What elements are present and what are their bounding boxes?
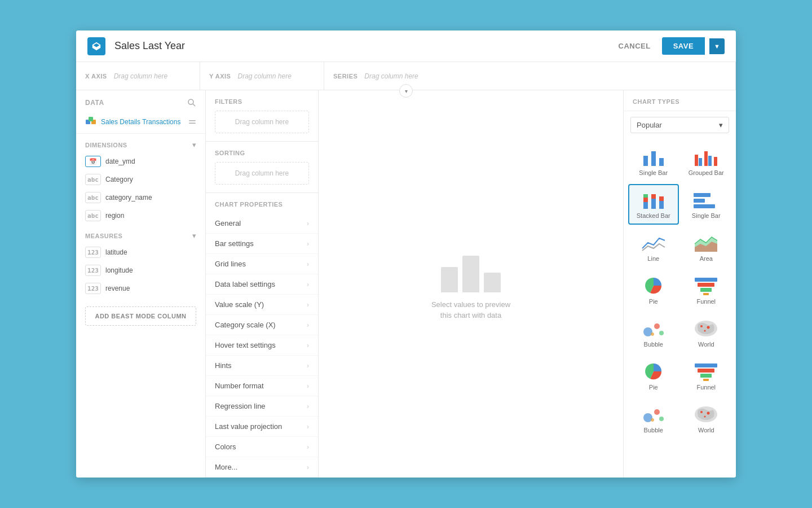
data-source-row[interactable]: Sales Details Transactions	[76, 113, 205, 134]
chevron-right-icon: ›	[307, 341, 309, 349]
chart-prop-data-labels[interactable]: Data label settings ›	[206, 274, 318, 295]
svg-rect-44	[703, 379, 709, 381]
svg-rect-28	[695, 278, 717, 282]
chart-preview: Select values to preview this chart with…	[431, 247, 510, 321]
chart-prop-general[interactable]: General ›	[206, 213, 318, 234]
chevron-right-icon: ›	[307, 301, 309, 309]
svg-rect-20	[659, 201, 664, 209]
chevron-right-icon: ›	[307, 321, 309, 329]
chart-type-world[interactable]: World	[681, 313, 732, 353]
filters-section: FILTERS Drag column here	[206, 90, 318, 142]
axis-collapse-button[interactable]: ▾	[399, 84, 413, 98]
chart-type-funnel-2[interactable]: Funnel	[681, 356, 732, 396]
svg-point-35	[651, 332, 654, 336]
app-window: Sales Last Year CANCEL SAVE ▼ X AXIS Dra…	[76, 30, 736, 478]
dimension-category[interactable]: abc Category	[76, 170, 205, 189]
measures-list: 123 latitude 123 longitude 123 revenue	[76, 243, 205, 297]
y-axis-section: Y AXIS Drag column here	[200, 62, 324, 90]
chevron-right-icon: ›	[307, 402, 309, 410]
dimension-name: date_ymd	[105, 157, 135, 165]
dimension-date-ymd[interactable]: 📅 date_ymd	[76, 152, 205, 170]
chart-type-single-bar[interactable]: Single Bar	[628, 141, 679, 182]
dimension-name: Category	[105, 176, 133, 183]
chart-type-grouped-bar[interactable]: Grouped Bar	[681, 141, 732, 182]
chart-prop-regression-line[interactable]: Regression line ›	[206, 396, 318, 417]
data-source-settings-icon[interactable]	[188, 118, 196, 126]
chart-prop-number-format[interactable]: Number format ›	[206, 376, 318, 396]
sorting-drag-zone[interactable]: Drag column here	[215, 162, 309, 185]
dimensions-title: DIMENSIONS	[85, 142, 127, 148]
measure-latitude[interactable]: 123 latitude	[76, 243, 205, 261]
chevron-right-icon: ›	[307, 423, 309, 431]
y-axis-placeholder[interactable]: Drag column here	[237, 72, 291, 80]
chart-prop-hints[interactable]: Hints ›	[206, 356, 318, 376]
svg-rect-10	[695, 155, 698, 166]
svg-rect-7	[643, 156, 648, 166]
chart-type-bubble-2[interactable]: Bubble	[628, 398, 679, 439]
sorting-section: SORTING Drag column here	[206, 142, 318, 193]
chart-prop-more[interactable]: More... ›	[206, 457, 318, 478]
chart-prop-value-scale[interactable]: Value scale (Y) ›	[206, 295, 318, 315]
number-icon: 123	[85, 265, 101, 276]
center-panel: FILTERS Drag column here SORTING Drag co…	[206, 90, 319, 478]
save-dropdown-button[interactable]: ▼	[709, 38, 725, 54]
series-section: SERIES Drag column here	[324, 62, 736, 90]
cancel-button[interactable]: CANCEL	[612, 37, 657, 55]
data-panel-header: DATA	[76, 90, 205, 113]
x-axis-placeholder[interactable]: Drag column here	[114, 72, 167, 80]
chart-prop-colors[interactable]: Colors ›	[206, 437, 318, 457]
preview-bars	[441, 247, 501, 292]
chart-type-area[interactable]: Area	[681, 227, 732, 268]
dropdown-chevron-icon: ▾	[719, 121, 723, 129]
measure-revenue[interactable]: 123 revenue	[76, 279, 205, 297]
svg-rect-22	[694, 193, 710, 197]
series-placeholder[interactable]: Drag column here	[364, 72, 418, 80]
chart-type-bubble[interactable]: Bubble	[628, 313, 679, 353]
svg-point-38	[707, 326, 710, 329]
chart-type-pie-2[interactable]: Pie	[628, 356, 679, 396]
svg-rect-19	[651, 194, 656, 199]
dimension-category-name[interactable]: abc category_name	[76, 189, 205, 207]
data-panel-title: DATA	[85, 99, 104, 107]
chart-type-world-2[interactable]: World	[681, 398, 732, 439]
dimensions-collapse-icon[interactable]: ▾	[192, 141, 196, 149]
chevron-right-icon: ›	[307, 463, 309, 471]
filters-title: FILTERS	[215, 98, 309, 105]
chart-type-pie[interactable]: Pie	[628, 270, 679, 310]
measure-longitude[interactable]: 123 longitude	[76, 261, 205, 279]
svg-rect-13	[708, 156, 712, 166]
chart-prop-category-scale[interactable]: Category scale (X) ›	[206, 315, 318, 335]
save-button[interactable]: SAVE	[662, 37, 705, 55]
svg-rect-9	[659, 158, 664, 166]
measure-name: longitude	[105, 266, 133, 274]
data-source-name[interactable]: Sales Details Transactions	[101, 118, 184, 126]
text-icon: abc	[85, 210, 101, 221]
chart-type-line[interactable]: Line	[628, 227, 679, 268]
preview-message: Select values to preview this chart with…	[431, 299, 510, 321]
add-beast-mode-button[interactable]: ADD BEAST MODE COLUMN	[85, 306, 196, 326]
measures-collapse-icon[interactable]: ▾	[192, 231, 196, 240]
dimension-name: category_name	[105, 194, 152, 202]
chart-type-single-bar-h[interactable]: Single Bar	[681, 184, 732, 225]
chart-prop-grid-lines[interactable]: Grid lines ›	[206, 254, 318, 274]
chevron-right-icon: ›	[307, 260, 309, 268]
svg-point-46	[654, 409, 660, 415]
chart-prop-hover-text[interactable]: Hover text settings ›	[206, 335, 318, 356]
chart-type-dropdown[interactable]: Popular ▾	[630, 117, 729, 133]
svg-rect-21	[659, 196, 664, 201]
chart-prop-last-value[interactable]: Last value projection ›	[206, 417, 318, 437]
filters-drag-zone[interactable]: Drag column here	[215, 111, 309, 133]
chart-type-funnel[interactable]: Funnel	[681, 270, 732, 310]
chevron-right-icon: ›	[307, 240, 309, 248]
dimension-region[interactable]: abc region	[76, 207, 205, 225]
svg-line-1	[193, 104, 195, 106]
chart-prop-bar-settings[interactable]: Bar settings ›	[206, 234, 318, 254]
svg-point-47	[659, 417, 664, 421]
y-axis-label: Y AXIS	[209, 73, 231, 80]
preview-bar-2	[462, 256, 479, 292]
chart-type-stacked-bar[interactable]: Stacked Bar	[628, 184, 679, 225]
measure-name: revenue	[105, 284, 130, 292]
search-icon[interactable]	[187, 98, 196, 107]
main-content: DATA Sales Details Transactions	[76, 90, 736, 478]
chart-properties-title: CHART PROPERTIES	[206, 193, 318, 213]
